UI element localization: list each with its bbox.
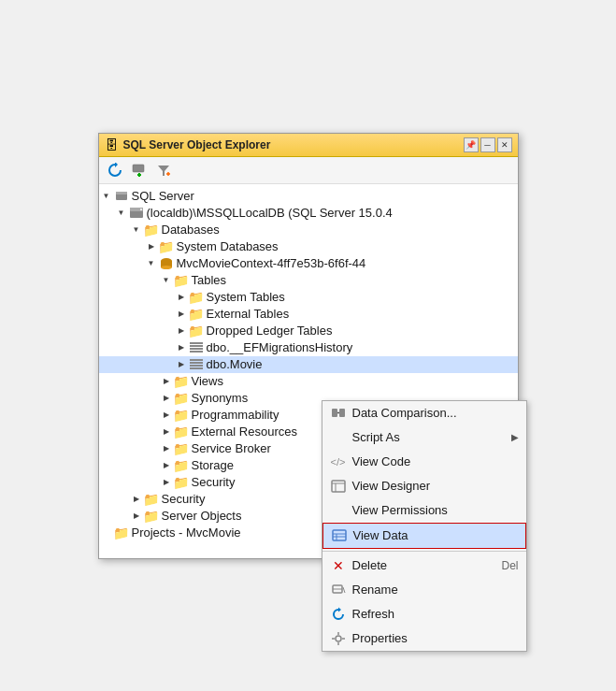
properties-icon: [330, 630, 347, 647]
view-data-icon: [331, 527, 348, 544]
arrow-security2: ▶: [159, 478, 174, 486]
svg-rect-16: [190, 348, 203, 350]
icon-service-broker: 📁: [174, 441, 189, 456]
window-title: SQL Server Object Explorer: [123, 138, 271, 151]
ctx-delete[interactable]: ✕ Delete Del: [322, 554, 526, 578]
label-external-tables: External Tables: [207, 307, 290, 321]
label-localdb: (localdb)\MSSQLLocalDB (SQL Server 15.0.…: [147, 206, 393, 220]
svg-rect-25: [332, 481, 345, 492]
icon-programmability: 📁: [174, 408, 189, 423]
svg-rect-15: [190, 345, 203, 347]
arrow-system-tables: ▶: [174, 293, 189, 301]
tree-item-ef-migrations[interactable]: ▶ dbo.__EFMigrationsHistory: [99, 339, 518, 356]
icon-localdb: [129, 206, 144, 221]
tree-item-databases[interactable]: ▼ 📁 Databases: [99, 222, 518, 238]
label-synonyms: Synonyms: [192, 391, 249, 405]
tree-item-mvc-context[interactable]: ▼ MvcMovieContext-4ff7e53b-6f6f-44: [99, 255, 518, 272]
arrow-tables: ▼: [159, 276, 174, 284]
tree-item-tables[interactable]: ▼ 📁 Tables: [99, 272, 518, 289]
arrow-security-top: ▶: [129, 495, 144, 503]
ctx-rename[interactable]: Rename: [322, 578, 526, 602]
icon-server-objects: 📁: [144, 509, 159, 524]
view-designer-icon: [330, 478, 347, 495]
tree-item-sql-server[interactable]: ▼ SQL Server: [99, 188, 518, 205]
svg-rect-22: [332, 409, 337, 417]
label-external-resources: External Resources: [192, 425, 297, 439]
svg-rect-17: [190, 351, 203, 353]
arrow-external-tables: ▶: [174, 310, 189, 318]
icon-dropped-ledger: 📁: [189, 324, 204, 338]
window-icon: 🗄: [105, 137, 118, 152]
arrow-mvc-context: ▼: [144, 259, 159, 267]
ctx-view-designer[interactable]: View Designer: [322, 474, 526, 498]
arrow-dbo-movie: ▶: [174, 360, 189, 368]
close-button[interactable]: ✕: [497, 137, 512, 152]
ctx-view-permissions-label: View Permissions: [352, 503, 519, 517]
filter-button[interactable]: [153, 160, 174, 180]
refresh-toolbar-button[interactable]: [105, 160, 125, 180]
arrow-sql-server: ▼: [99, 192, 114, 200]
tree-item-dropped-ledger[interactable]: ▶ 📁 Dropped Ledger Tables: [99, 323, 518, 339]
ctx-properties[interactable]: Properties: [322, 626, 526, 651]
svg-rect-20: [190, 365, 203, 367]
arrow-ef-migrations: ▶: [174, 343, 189, 352]
ctx-refresh[interactable]: Refresh: [322, 602, 526, 626]
title-bar-left: 🗄 SQL Server Object Explorer: [105, 137, 271, 152]
icon-storage: 📁: [174, 458, 189, 473]
tree-item-system-tables[interactable]: ▶ 📁 System Tables: [99, 289, 518, 306]
label-system-databases: System Databases: [177, 239, 279, 253]
label-system-tables: System Tables: [207, 290, 285, 304]
arrow-storage: ▶: [159, 461, 174, 469]
icon-security2: 📁: [174, 475, 189, 490]
ctx-data-comparison-label: Data Comparison...: [352, 406, 519, 420]
icon-system-databases: 📁: [159, 239, 174, 254]
add-server-icon: [132, 163, 147, 178]
label-ef-migrations: dbo.__EFMigrationsHistory: [207, 340, 353, 354]
label-tables: Tables: [192, 273, 227, 287]
label-server-objects: Server Objects: [162, 509, 242, 523]
add-server-button[interactable]: [129, 160, 150, 180]
svg-rect-23: [339, 409, 345, 417]
ctx-rename-label: Rename: [352, 583, 519, 597]
delete-shortcut: Del: [501, 559, 518, 572]
delete-icon: ✕: [330, 557, 347, 574]
ctx-view-data[interactable]: View Data: [322, 523, 526, 549]
ctx-view-permissions[interactable]: View Permissions: [322, 498, 526, 523]
ctx-data-comparison[interactable]: Data Comparison...: [322, 401, 526, 425]
tree-item-localdb[interactable]: ▼ (localdb)\MSSQLLocalDB (SQL Server 15.…: [99, 205, 518, 222]
ctx-properties-label: Properties: [352, 631, 519, 645]
svg-rect-19: [190, 362, 203, 364]
svg-point-10: [140, 209, 142, 210]
svg-rect-28: [333, 530, 346, 540]
arrow-views: ▶: [159, 377, 174, 385]
tree-item-system-databases[interactable]: ▶ 📁 System Databases: [99, 238, 518, 255]
label-security2: Security: [192, 475, 236, 489]
icon-external-tables: 📁: [189, 307, 204, 322]
icon-mvc-context: [159, 256, 174, 271]
arrow-databases: ▼: [129, 225, 144, 234]
label-service-broker: Service Broker: [192, 441, 271, 455]
minimize-button[interactable]: ─: [480, 137, 495, 152]
ctx-view-designer-label: View Designer: [352, 479, 519, 493]
arrow-server-objects: ▶: [129, 511, 144, 520]
ctx-script-as[interactable]: Script As ▶: [322, 425, 526, 450]
rename-icon: [330, 582, 347, 598]
ctx-view-data-label: View Data: [353, 528, 518, 542]
tree-item-views[interactable]: ▶ 📁 Views: [99, 373, 518, 390]
separator-1: [322, 551, 526, 552]
refresh-icon: [330, 606, 347, 623]
icon-ef-migrations: [189, 340, 204, 355]
pin-button[interactable]: 📌: [464, 137, 479, 152]
title-buttons: 📌 ─ ✕: [464, 137, 512, 152]
script-as-icon: [330, 429, 347, 446]
svg-point-13: [161, 266, 172, 269]
filter-icon: [156, 163, 171, 178]
label-mvc-context: MvcMovieContext-4ff7e53b-6f6f-44: [177, 256, 366, 270]
label-dbo-movie: dbo.Movie: [207, 357, 263, 371]
icon-tables: 📁: [174, 273, 189, 288]
ctx-view-code-label: View Code: [352, 454, 519, 468]
tree-item-external-tables[interactable]: ▶ 📁 External Tables: [99, 306, 518, 323]
tree-item-dbo-movie[interactable]: ▶ dbo.Movie: [99, 356, 518, 373]
ctx-view-code[interactable]: </> View Code: [322, 450, 526, 474]
svg-rect-14: [190, 342, 203, 344]
